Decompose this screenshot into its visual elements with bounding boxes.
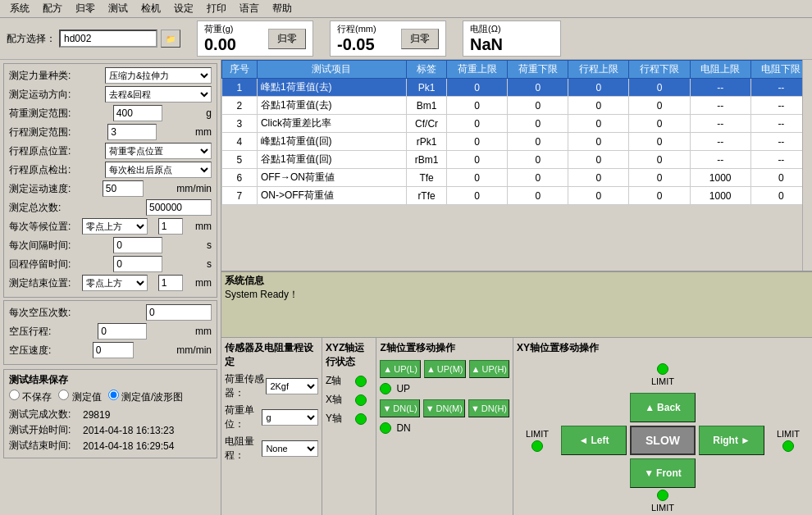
dn-label: DN: [396, 422, 410, 434]
interval-pos-num[interactable]: [158, 218, 183, 235]
weight-return-button[interactable]: 归零: [268, 29, 306, 49]
resistance-value: NaN: [470, 35, 554, 54]
weight-unit-select[interactable]: g: [262, 409, 318, 426]
weight-range-input[interactable]: [113, 105, 162, 121]
save-no-radio[interactable]: [9, 390, 20, 400]
up-h-button[interactable]: ▲ UP(H): [469, 360, 509, 378]
limit-top-label: LIMIT: [651, 376, 674, 386]
col-wu: 荷重上限: [447, 61, 508, 79]
dn-h-button[interactable]: ▼ DN(H): [468, 399, 509, 417]
dn-h-arrow: ▼: [471, 403, 480, 413]
stroke-range-input[interactable]: [107, 124, 157, 140]
col-ru: 电阻上限: [690, 61, 750, 79]
weight-sensor-select[interactable]: 2Kgf: [266, 378, 318, 394]
dn-l-arrow: ▼: [382, 403, 391, 413]
stroke-origin-select[interactable]: 荷重零点位置: [105, 143, 212, 159]
limit-left-label: LIMIT: [526, 429, 549, 439]
folder-button[interactable]: 📁: [161, 30, 180, 48]
menu-print[interactable]: 打印: [200, 1, 233, 16]
table-row[interactable]: 6OFF→ON荷重値Tfe000010000: [222, 169, 812, 187]
stroke-range-label: 行程测定范围:: [9, 125, 71, 139]
empty-stroke-label: 空压行程:: [9, 325, 51, 339]
empty-press-input[interactable]: [146, 304, 212, 321]
save-section: 测试结果保存 不保存 测定值 测定值/波形图 测试完成次数: 29819: [3, 369, 217, 458]
total-count-input[interactable]: [146, 199, 212, 216]
x-axis-label: X轴: [326, 393, 350, 407]
up-l-button[interactable]: ▲ UP(L): [380, 360, 420, 378]
table-row[interactable]: 7ON->OFF荷重値rTfe000010000: [222, 187, 812, 205]
table-row[interactable]: 3Click荷重差比率Cf/Cr0000----: [222, 115, 812, 133]
left-panel: 测定力量种类: 压缩力&拉伸力 测定运动方向: 去程&回程 荷重测定范围: g …: [0, 60, 221, 515]
menu-system[interactable]: 系统: [3, 1, 36, 16]
sensor-panel: 传感器及电阻量程设定 荷重传感器： 2Kgf 荷重单位： g 电阻量程：: [221, 338, 322, 515]
save-no-label[interactable]: 不保存: [9, 390, 52, 404]
recipe-input[interactable]: [59, 30, 157, 48]
return-time-input[interactable]: [113, 256, 162, 272]
dn-l-button[interactable]: ▼ DN(L): [380, 399, 419, 417]
right-panel: 序号 测试项目 标签 荷重上限 荷重下限 行程上限 行程下限 电阻上限 电阻下限…: [221, 60, 812, 515]
interval-time-input[interactable]: [113, 237, 162, 253]
start-time-label: 测试开始时间:: [9, 423, 83, 437]
menu-test[interactable]: 测试: [102, 1, 135, 16]
slow-button[interactable]: SLOW: [630, 426, 696, 455]
stroke-return-button[interactable]: 归零: [401, 29, 439, 49]
menu-settings[interactable]: 设定: [167, 1, 200, 16]
return-time-unit: s: [207, 258, 212, 270]
save-val-radio[interactable]: [58, 390, 69, 400]
front-button[interactable]: ▼ Front: [630, 458, 696, 488]
empty-press-settings: 每次空压次数: 空压行程: mm 空压速度: mm/min: [3, 300, 217, 365]
z-axis-led: [355, 376, 367, 387]
empty-stroke-unit: mm: [195, 326, 212, 337]
left-arrow: ◄: [579, 435, 589, 446]
save-graph-radio[interactable]: [108, 390, 119, 400]
menu-zero[interactable]: 归零: [69, 1, 102, 16]
menu-help[interactable]: 帮助: [266, 1, 299, 16]
stroke-detect-select[interactable]: 每次检出后原点: [105, 162, 212, 178]
weight-label: 荷重(g): [204, 23, 262, 35]
empty-speed-label: 空压速度:: [9, 344, 51, 358]
limit-right-led: [782, 440, 794, 452]
empty-stroke-input[interactable]: [98, 323, 147, 340]
y-axis-label: Y轴: [326, 412, 350, 426]
save-graph-label[interactable]: 测定值/波形图: [108, 390, 184, 404]
end-pos-select[interactable]: 零点上方: [82, 275, 148, 291]
right-button[interactable]: Right ►: [699, 426, 764, 455]
stroke-value: -0.05: [337, 35, 395, 54]
empty-press-label: 每次空压次数:: [9, 306, 71, 320]
meas-direction-label: 测定运动方向:: [9, 88, 71, 102]
interval-pos-select[interactable]: 零点上方: [82, 218, 148, 235]
xyz-status-panel: XYZ轴运行状态 Z轴 X轴 Y轴: [322, 338, 376, 515]
meas-speed-label: 测定运动速度:: [9, 182, 71, 196]
menu-language[interactable]: 语言: [233, 1, 266, 16]
end-pos-num[interactable]: [158, 275, 183, 291]
back-button[interactable]: ▲ Back: [630, 393, 696, 422]
y-axis-led: [355, 413, 367, 425]
front-arrow: ▼: [644, 467, 654, 479]
save-val-label[interactable]: 测定值: [58, 390, 101, 404]
up-h-arrow: ▲: [472, 364, 481, 374]
up-l-arrow: ▲: [383, 364, 392, 374]
z-axis-panel: Z轴位置移动操作 ▲ UP(L) ▲ UP(M) ▲ UP(H): [376, 338, 513, 515]
meas-type-select[interactable]: 压缩力&拉伸力: [105, 67, 212, 84]
x-axis-led: [355, 394, 367, 406]
empty-speed-input[interactable]: [93, 342, 134, 358]
complete-count-value: 29819: [83, 409, 110, 421]
complete-count-label: 测试完成次数:: [9, 408, 83, 422]
dn-m-button[interactable]: ▼ DN(M): [423, 399, 465, 417]
meas-speed-input[interactable]: [103, 180, 144, 197]
table-row[interactable]: 4峰點1荷重值(回)rPk10000----: [222, 133, 812, 151]
table-row[interactable]: 5谷點1荷重值(回)rBm10000----: [222, 151, 812, 169]
data-table: 序号 测试项目 标签 荷重上限 荷重下限 行程上限 行程下限 电阻上限 电阻下限…: [221, 60, 812, 205]
col-wl: 荷重下限: [508, 61, 568, 79]
resistance-range-select[interactable]: None: [262, 440, 318, 457]
weight-section: 荷重(g) 0.00 归零: [197, 21, 313, 57]
menu-check[interactable]: 检机: [135, 1, 167, 16]
interval-pos-unit: mm: [195, 221, 212, 232]
table-row[interactable]: 2谷點1荷重值(去)Bm10000----: [222, 97, 812, 115]
meas-direction-select[interactable]: 去程&回程: [105, 86, 212, 103]
table-row[interactable]: 1峰點1荷重值(去)Pk10000----: [222, 79, 812, 97]
left-button[interactable]: ◄ Left: [561, 426, 627, 455]
menu-recipe[interactable]: 配方: [36, 1, 69, 16]
up-m-button[interactable]: ▲ UP(M): [424, 360, 466, 378]
table-container[interactable]: 序号 测试项目 标签 荷重上限 荷重下限 行程上限 行程下限 电阻上限 电阻下限…: [221, 60, 812, 271]
